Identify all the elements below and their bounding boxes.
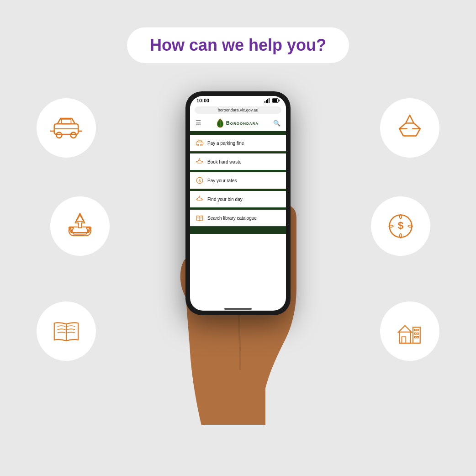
menu-item-parking-label: Pay a parking fine — [207, 141, 244, 146]
svg-rect-13 — [415, 329, 417, 331]
page-title: How can we help you? — [150, 36, 326, 54]
svg-rect-22 — [267, 99, 268, 103]
dollar-icon: $ — [385, 210, 417, 242]
svg-rect-18 — [417, 336, 419, 338]
svg-text:$: $ — [199, 179, 201, 183]
floating-icon-car — [37, 98, 96, 158]
menu-item-binday[interactable]: Find your bin day — [190, 191, 286, 208]
site-logo: Boroondara — [216, 118, 259, 128]
leaf-logo-icon — [216, 118, 224, 128]
menu-item-hardwaste[interactable]: Book hard waste — [190, 153, 286, 170]
svg-rect-14 — [417, 329, 419, 331]
floating-icon-recycle-left — [50, 196, 110, 256]
status-bar: 10:00 — [190, 96, 286, 105]
library-icon — [196, 214, 204, 222]
nav-bar: ☰ Boroondara 🔍 — [190, 115, 286, 131]
svg-rect-10 — [399, 332, 411, 344]
svg-line-33 — [197, 217, 200, 217]
svg-point-1 — [56, 132, 62, 138]
status-time: 10:00 — [196, 98, 209, 103]
book-icon — [50, 315, 82, 347]
svg-rect-16 — [417, 333, 419, 335]
status-icons — [264, 98, 280, 103]
svg-rect-25 — [273, 99, 277, 102]
signal-icon — [264, 98, 271, 103]
home-indicator — [224, 308, 252, 310]
svg-rect-20 — [264, 101, 265, 103]
menu-list: Pay a parking fine Book hard waste — [190, 135, 286, 234]
menu-item-parking[interactable]: Pay a parking fine — [190, 135, 286, 152]
url-display[interactable]: boroondara.vic.gov.au — [195, 106, 281, 114]
search-nav-icon[interactable]: 🔍 — [273, 120, 280, 127]
svg-rect-11 — [402, 337, 406, 343]
svg-rect-17 — [415, 336, 417, 338]
floating-icon-book — [37, 301, 96, 361]
svg-rect-12 — [413, 327, 420, 343]
hardwaste-icon — [196, 158, 204, 166]
menu-item-rates-label: Pay your rates — [207, 178, 237, 183]
car-icon — [50, 112, 82, 144]
svg-point-2 — [71, 132, 76, 138]
floating-icon-dollar: $ — [371, 196, 430, 256]
url-bar[interactable]: boroondara.vic.gov.au — [190, 105, 286, 115]
battery-icon — [272, 98, 280, 103]
building-icon — [394, 315, 426, 347]
recycle-right-icon — [394, 112, 426, 144]
bottom-bar — [190, 227, 286, 234]
svg-rect-26 — [279, 100, 280, 101]
hamburger-icon[interactable]: ☰ — [196, 119, 201, 127]
svg-line-36 — [200, 218, 202, 218]
svg-line-34 — [197, 218, 200, 218]
menu-item-library[interactable]: Search library catalogue — [190, 210, 286, 227]
svg-line-35 — [200, 217, 202, 217]
rates-icon: $ — [196, 176, 204, 185]
logo-text: Boroondara — [226, 120, 259, 126]
menu-item-rates[interactable]: $ Pay your rates — [190, 172, 286, 189]
recycle-left-icon — [64, 210, 96, 242]
svg-rect-15 — [415, 333, 417, 335]
svg-rect-4 — [62, 119, 71, 124]
svg-rect-23 — [269, 98, 270, 103]
binday-icon — [196, 195, 204, 203]
header-bar — [190, 131, 286, 135]
floating-icon-recycle-right — [380, 98, 439, 158]
menu-item-hardwaste-label: Book hard waste — [207, 159, 242, 164]
phone-screen: 10:00 boroondara. — [190, 96, 286, 311]
phone-scene: 10:00 boroondara. — [151, 82, 325, 425]
floating-icon-building — [380, 301, 439, 361]
menu-item-binday-label: Find your bin day — [207, 197, 243, 202]
phone-device: 10:00 boroondara. — [185, 91, 291, 315]
header-bubble: How can we help you? — [127, 27, 349, 63]
menu-item-library-label: Search library catalogue — [207, 216, 257, 221]
svg-rect-21 — [266, 100, 267, 103]
svg-text:$: $ — [398, 219, 404, 231]
parking-icon — [196, 139, 204, 147]
